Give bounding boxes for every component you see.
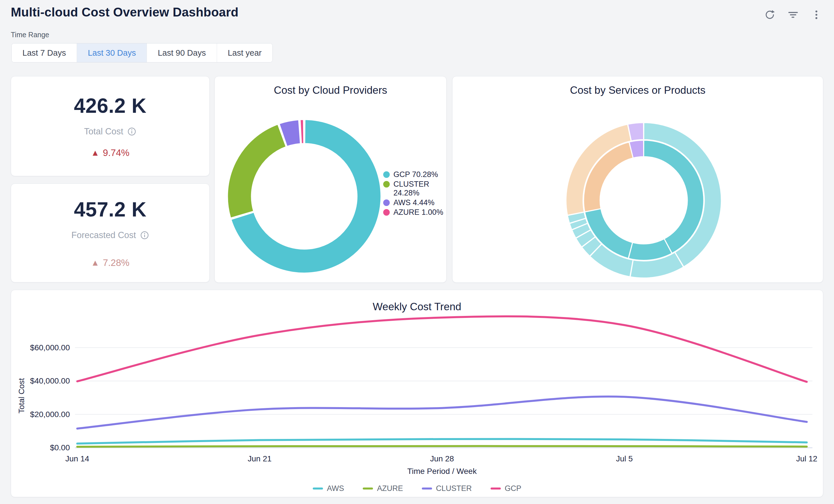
x-axis-title: Time Period / Week	[407, 467, 477, 476]
legend-dot-icon	[383, 171, 390, 178]
x-axis-tick-label: Jun 14	[65, 454, 89, 463]
chart-title: Cost by Services or Products	[453, 84, 823, 96]
legend-dot-icon	[383, 209, 390, 216]
y-axis-title: Total Cost	[17, 378, 26, 414]
legend-item[interactable]: CLUSTER	[422, 484, 472, 493]
time-range-option[interactable]: Last 90 Days	[147, 43, 216, 62]
providers-donut-legend: GCP 70.28%CLUSTER 24.28%AWS 4.44%AZURE 1…	[383, 170, 444, 217]
trend-line-aws[interactable]	[77, 439, 807, 443]
kebab-menu-icon[interactable]	[810, 8, 822, 21]
arrow-up-icon: ▲	[91, 149, 100, 157]
time-range-option[interactable]: Last 7 Days	[12, 43, 77, 62]
donut-segment[interactable]	[300, 119, 304, 144]
legend-line-icon	[422, 487, 432, 489]
total-cost-kpi-card: 426.2 K Total Cost ▲ 9.74%	[11, 76, 210, 176]
x-axis-tick-label: Jul 5	[616, 454, 633, 463]
y-axis-tick-label: $60,000.00	[30, 343, 70, 352]
legend-item[interactable]: GCP 70.28%	[383, 170, 444, 179]
kpi-label: Total Cost	[84, 127, 123, 137]
page-title: Multi-cloud Cost Overview Dashboard	[11, 5, 239, 19]
trend-line-gcp[interactable]	[77, 316, 807, 382]
kpi-delta: ▲ 7.28%	[91, 257, 129, 268]
trend-line-cluster[interactable]	[77, 397, 807, 429]
kpi-value: 426.2 K	[74, 94, 147, 117]
forecasted-cost-kpi-card: 457.2 K Forecasted Cost ▲ 7.28%	[11, 183, 210, 282]
header-actions	[764, 8, 822, 21]
refresh-icon[interactable]	[764, 8, 776, 21]
y-axis-tick-label: $40,000.00	[30, 376, 70, 385]
legend-item[interactable]: AWS 4.44%	[383, 198, 444, 207]
filter-icon[interactable]	[787, 8, 799, 21]
y-axis-tick-label: $0.00	[50, 443, 70, 452]
info-icon[interactable]	[140, 231, 149, 240]
legend-line-icon	[363, 487, 373, 489]
arrow-up-icon: ▲	[91, 259, 100, 267]
legend-dot-icon	[383, 181, 390, 188]
chart-title: Cost by Cloud Providers	[215, 84, 446, 96]
x-axis-tick-label: Jun 28	[430, 454, 454, 463]
legend-line-icon	[490, 487, 501, 489]
time-range-segmented-control: Last 7 DaysLast 30 DaysLast 90 DaysLast …	[12, 43, 273, 63]
legend-item[interactable]: AZURE	[363, 484, 403, 493]
kpi-value: 457.2 K	[74, 198, 147, 221]
legend-item[interactable]: GCP	[490, 484, 522, 493]
legend-line-icon	[313, 487, 323, 489]
x-axis-tick-label: Jun 21	[248, 454, 271, 463]
legend-label: GCP	[505, 484, 522, 493]
time-range-label: Time Range	[11, 31, 49, 39]
legend-item[interactable]: CLUSTER 24.28%	[383, 180, 444, 197]
weekly-cost-trend-chart[interactable]: $0.00$20,000.00$40,000.00$60,000.00Jun 1…	[11, 290, 824, 498]
legend-label: AZURE 1.00%	[393, 208, 443, 217]
legend-label: GCP 70.28%	[393, 170, 438, 179]
legend-item[interactable]: AWS	[313, 484, 344, 493]
time-range-option[interactable]: Last year	[217, 43, 272, 62]
legend-label: AWS 4.44%	[393, 198, 435, 207]
trend-line-azure[interactable]	[77, 446, 807, 446]
legend-label: AZURE	[377, 484, 403, 493]
kpi-label: Forecasted Cost	[71, 230, 136, 240]
legend-label: CLUSTER	[436, 484, 472, 493]
services-sunburst-chart[interactable]	[453, 76, 824, 283]
weekly-cost-trend-card: Weekly Cost Trend $0.00$20,000.00$40,000…	[11, 290, 823, 497]
kpi-delta: ▲ 9.74%	[91, 148, 129, 158]
donut-segment[interactable]	[227, 125, 286, 218]
cost-by-services-card: Cost by Services or Products	[452, 76, 823, 283]
legend-dot-icon	[383, 199, 390, 206]
legend-label: CLUSTER 24.28%	[393, 180, 444, 197]
y-axis-tick-label: $20,000.00	[30, 410, 70, 419]
cost-by-providers-card: Cost by Cloud Providers GCP 70.28%CLUSTE…	[215, 76, 446, 283]
trend-chart-legend: AWSAZURECLUSTERGCP	[11, 484, 823, 493]
x-axis-tick-label: Jul 12	[796, 454, 817, 463]
legend-label: AWS	[327, 484, 344, 493]
legend-item[interactable]: AZURE 1.00%	[383, 208, 444, 217]
time-range-option[interactable]: Last 30 Days	[77, 43, 147, 62]
info-icon[interactable]	[127, 127, 136, 136]
